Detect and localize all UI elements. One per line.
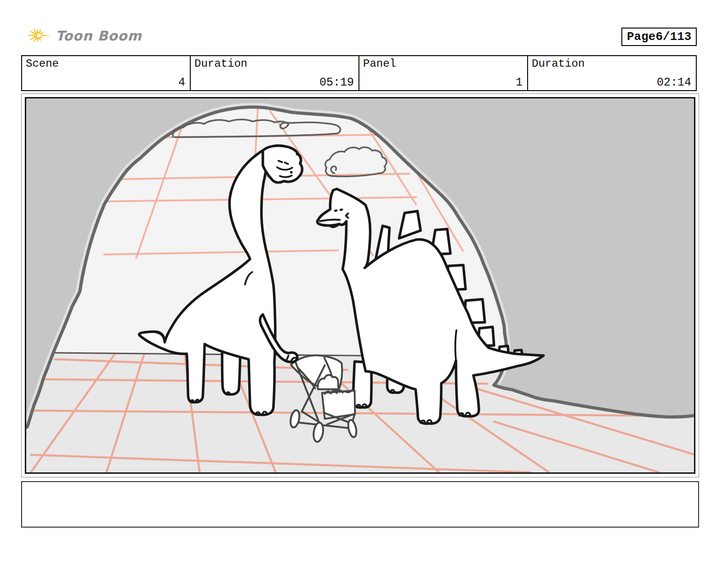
scene-cell: Scene 4 [22, 56, 191, 90]
scene-value: 4 [178, 76, 185, 89]
caption-box [21, 481, 699, 528]
panel-cell: Panel 1 [359, 56, 528, 90]
storyboard-panel-frame [21, 93, 699, 477]
storyboard-panel [25, 97, 695, 474]
scene-label: Scene [26, 57, 59, 70]
panel-duration-cell: Duration 02:14 [528, 56, 696, 90]
panel-info-table: Scene 4 Duration 05:19 Panel 1 Duration … [21, 55, 697, 91]
panel-value: 1 [516, 76, 523, 89]
page-label: Page [627, 30, 655, 44]
brachiosaurus-eye-dot [290, 171, 293, 174]
toon-boom-starburst-icon [25, 23, 52, 49]
page-indicator: Page 6/113 [621, 28, 697, 46]
toon-boom-logo-text: Toon Boom [56, 28, 142, 44]
brachiosaurus-nostril [296, 153, 298, 155]
scene-duration-label: Duration [194, 57, 247, 70]
panel-duration-value: 02:14 [657, 76, 691, 89]
storyboard-panel-artwork [26, 98, 694, 472]
toon-boom-logo: Toon Boom [25, 23, 142, 49]
scene-duration-cell: Duration 05:19 [191, 56, 359, 90]
panel-label: Panel [363, 57, 396, 70]
page-number: 6/113 [655, 30, 691, 44]
scene-duration-value: 05:19 [319, 76, 354, 89]
panel-duration-label: Duration [532, 57, 585, 70]
